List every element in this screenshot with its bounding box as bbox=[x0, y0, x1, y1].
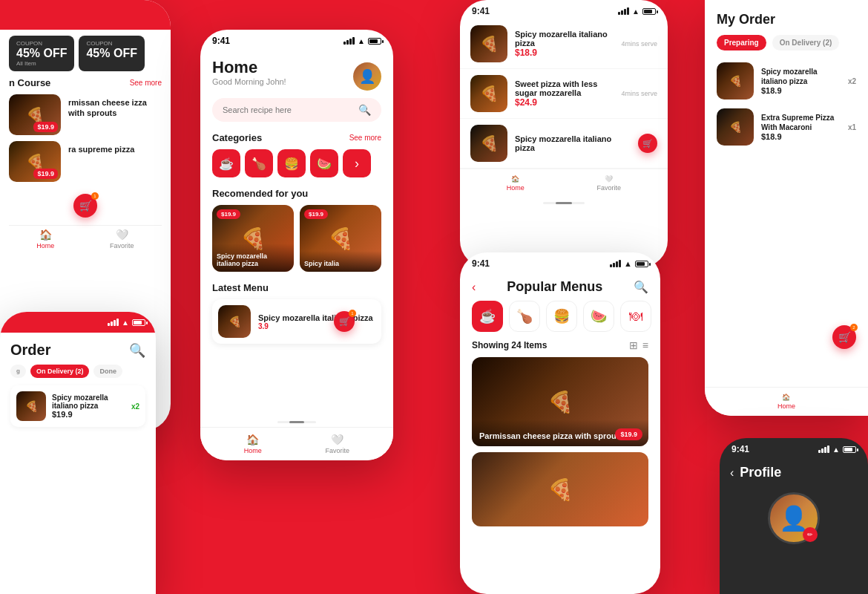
mli-info-2: Sweet pizza with less sugar mozzarella $… bbox=[515, 79, 614, 108]
coupon-2[interactable]: COUPON 45% OFF bbox=[79, 36, 144, 71]
profile-title: Profile bbox=[740, 465, 781, 480]
tab-on-delivery[interactable]: On Delivery (2) bbox=[772, 35, 840, 50]
latest-item-1[interactable]: Spicy mozarella italiano pizza 3.9 🛒 1 bbox=[212, 299, 381, 344]
home-icon-p7: 🏠 bbox=[511, 175, 519, 183]
mli-price-1: $18.9 bbox=[515, 48, 614, 58]
cat-btn-fruit[interactable]: 🍉 bbox=[310, 149, 338, 177]
nav-favorite-p6[interactable]: 🤍 Favorite bbox=[110, 229, 134, 249]
latest-item-img bbox=[218, 305, 251, 338]
cart-fab-p2[interactable]: 🛒 2 bbox=[832, 325, 856, 349]
order-item-2-qty: x1 bbox=[848, 123, 856, 131]
pop-cat-chicken[interactable]: 🍗 bbox=[509, 301, 540, 332]
order-item-2-img bbox=[717, 108, 754, 146]
cat-btn-burger[interactable]: 🍔 bbox=[277, 149, 306, 177]
search-icon: 🔍 bbox=[358, 104, 371, 116]
order-item-1-img bbox=[717, 62, 754, 99]
search-icon-p4[interactable]: 🔍 bbox=[129, 342, 145, 359]
mli-price-2: $24.9 bbox=[515, 97, 614, 108]
popular-header: ‹ Popular Menus 🔍 bbox=[460, 272, 660, 301]
menu-list-item-3[interactable]: Spicy mozzarella italiano pizza 🛒 bbox=[460, 119, 668, 169]
mli-name-1: Spicy mozarella italiano pizza bbox=[515, 30, 614, 48]
user-avatar[interactable]: 👤 bbox=[353, 62, 381, 91]
status-bar-p3: 9:41 ▲ bbox=[460, 252, 660, 272]
signal-p3 bbox=[610, 260, 621, 267]
recommended-title: Recomended for you bbox=[212, 188, 308, 199]
order4-title: Order bbox=[10, 342, 50, 359]
rec-card-2[interactable]: $19.9 Spicy italia bbox=[300, 205, 381, 272]
view-toggle[interactable]: ⊞ ≡ bbox=[629, 339, 648, 351]
order-item-2-info: Extra Supreme Pizza With Macaroni $18.9 bbox=[761, 113, 841, 141]
wifi-p4: ▲ bbox=[122, 319, 129, 327]
battery-icon-p1 bbox=[368, 38, 381, 45]
search-input[interactable] bbox=[223, 105, 358, 114]
cart-fab-menu[interactable]: 🛒 bbox=[638, 134, 657, 153]
order4-item-price: $19.9 bbox=[52, 410, 125, 419]
back-btn-p3[interactable]: ‹ bbox=[472, 281, 476, 294]
back-btn-p5[interactable]: ‹ bbox=[730, 466, 734, 480]
home-icon-p2: 🏠 bbox=[782, 394, 790, 401]
nav-home-p6[interactable]: 🏠 Home bbox=[36, 229, 54, 249]
battery-icon-p7 bbox=[642, 8, 656, 15]
order-item-1[interactable]: Spicy mozarella italiano pizza $18.9 x2 bbox=[717, 62, 856, 99]
status-icons-p3: ▲ bbox=[610, 259, 648, 268]
search-bar[interactable]: 🔍 bbox=[212, 98, 381, 122]
popular-title: Popular Menus bbox=[507, 279, 602, 295]
rec-price-2: $19.9 bbox=[304, 209, 328, 219]
course-item-2-price: $19.9 bbox=[33, 169, 58, 179]
coupon-1-sub: All Item bbox=[16, 60, 67, 67]
see-more-course[interactable]: See more bbox=[130, 79, 162, 87]
mli-info-1: Spicy mozarella italiano pizza $18.9 bbox=[515, 30, 614, 58]
pop-cat-drinks[interactable]: ☕ bbox=[472, 301, 503, 332]
cart-badge-p6: 1 bbox=[91, 192, 99, 200]
home-icon-p6: 🏠 bbox=[39, 229, 52, 241]
add-to-cart-btn[interactable]: 🛒 1 bbox=[334, 311, 355, 332]
nav-home-p2[interactable]: 🏠 Home bbox=[777, 394, 795, 410]
phone-popular-menus: 9:41 ▲ ‹ Popular Menus 🔍 ☕ 🍗 🍔 🍉 🍽 Showi… bbox=[460, 252, 660, 594]
phone-my-order: My Order Preparing On Delivery (2) Spicy… bbox=[705, 0, 868, 416]
tab-p4-done[interactable]: Done bbox=[93, 365, 122, 378]
pop-item-1[interactable]: Parmissan cheese pizza with sprouts $19.… bbox=[472, 357, 648, 446]
pop-item-2[interactable] bbox=[472, 452, 648, 526]
fav-icon-p7: 🤍 bbox=[605, 175, 613, 183]
pop-cat-fruit[interactable]: 🍉 bbox=[583, 301, 614, 332]
cat-btn-drinks[interactable]: ☕ bbox=[212, 149, 240, 177]
pop-cat-other[interactable]: 🍽 bbox=[620, 301, 651, 332]
nav-favorite-p1[interactable]: 🤍 Favorite bbox=[326, 434, 350, 454]
mli-serve-1: 4mins serve bbox=[621, 40, 657, 48]
menu-list-item-2[interactable]: Sweet pizza with less sugar mozzarella $… bbox=[460, 69, 668, 119]
home-title: Home bbox=[212, 58, 286, 77]
status-p4: ▲ bbox=[108, 319, 145, 327]
menu-list-item-1[interactable]: Spicy mozarella italiano pizza $18.9 4mi… bbox=[460, 19, 668, 69]
categories-row: ☕ 🍗 🍔 🍉 › bbox=[212, 149, 381, 177]
course-item-1: $19.9 rmissan cheese izza with sprouts bbox=[9, 94, 162, 135]
profile-edit-btn[interactable]: ✏ bbox=[803, 527, 818, 542]
nav-fav-p7[interactable]: 🤍 Favorite bbox=[597, 175, 622, 192]
search-icon-p3[interactable]: 🔍 bbox=[634, 280, 648, 294]
order4-tabs: g On Delivery (2) Done bbox=[10, 365, 145, 378]
battery-p3 bbox=[635, 261, 648, 267]
grid-view-icon[interactable]: ⊞ bbox=[629, 339, 638, 351]
nav-home-p1[interactable]: 🏠 Home bbox=[244, 434, 262, 454]
coupon-2-pct: 45% OFF bbox=[86, 47, 137, 60]
tab-p4-on-delivery[interactable]: On Delivery (2) bbox=[30, 365, 90, 378]
course-item-1-name: rmissan cheese izza with sprouts bbox=[68, 97, 162, 119]
tab-preparing[interactable]: Preparing bbox=[717, 35, 766, 50]
cat-next-arrow[interactable]: › bbox=[343, 149, 371, 177]
mli-img-2 bbox=[470, 75, 507, 112]
pop-cat-burger[interactable]: 🍔 bbox=[546, 301, 577, 332]
order-item-2[interactable]: Extra Supreme Pizza With Macaroni $18.9 … bbox=[717, 108, 856, 146]
list-view-icon[interactable]: ≡ bbox=[642, 339, 648, 351]
nav-home-p7[interactable]: 🏠 Home bbox=[507, 175, 525, 192]
course-item-1-info: rmissan cheese izza with sprouts bbox=[68, 94, 162, 119]
order4-item-1[interactable]: Spicy mozarella italiano pizza $19.9 x2 bbox=[10, 385, 145, 427]
mli-serve-2: 4mins serve bbox=[621, 90, 657, 97]
course-item-1-img: $19.9 bbox=[9, 94, 61, 135]
my-order-title: My Order bbox=[717, 12, 856, 27]
cart-fab-p6[interactable]: 🛒 1 bbox=[73, 194, 97, 218]
see-more-categories[interactable]: See more bbox=[349, 134, 381, 142]
rec-card-1[interactable]: $19.9 Spicy mozarella italiano pizza bbox=[212, 205, 294, 272]
coupon-1[interactable]: COUPON 45% OFF All Item bbox=[9, 36, 74, 71]
cat-btn-chicken[interactable]: 🍗 bbox=[245, 149, 273, 177]
signal-p5 bbox=[818, 446, 829, 453]
tab-p4-preparing[interactable]: g bbox=[10, 365, 26, 378]
